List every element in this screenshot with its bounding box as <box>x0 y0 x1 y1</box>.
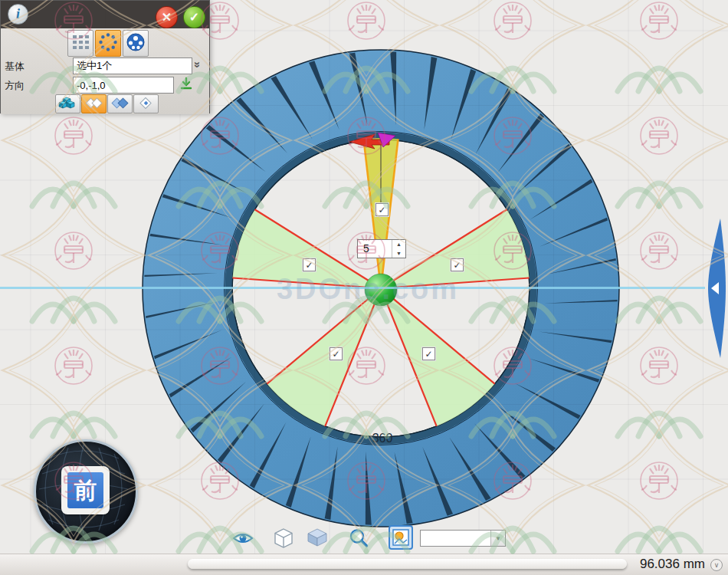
info-icon[interactable]: i <box>8 4 28 25</box>
point-pattern-button[interactable] <box>123 30 149 57</box>
instance-checkbox-upper-right[interactable]: ✓ <box>451 258 464 271</box>
direction-field-label: 方向 <box>5 79 25 93</box>
pattern-count-spinner[interactable]: 5 ▲ ▼ <box>357 239 406 258</box>
instance-checkbox-lower-left[interactable]: ✓ <box>330 347 343 360</box>
wireframe-cube-icon <box>273 527 294 549</box>
check-icon: ✓ <box>425 349 432 360</box>
visibility-eye-icon <box>232 527 254 549</box>
zoom-button[interactable] <box>346 526 371 550</box>
pattern-diamond-pair-blue-button[interactable] <box>107 94 133 113</box>
wireframe-display-button[interactable] <box>271 526 296 550</box>
diamond-inset-icon <box>136 96 156 110</box>
view-cube-front-face[interactable]: 前 <box>61 466 110 514</box>
instance-checkbox-top[interactable]: ✓ <box>375 203 389 216</box>
render-image-button[interactable] <box>389 525 413 550</box>
check-icon: ✓ <box>378 205 385 215</box>
view-cube-front-label: 前 <box>67 472 103 508</box>
status-bar: 96.036 mm ∨ <box>0 554 728 575</box>
circular-pattern-dialog: i ✕ ✓ <box>0 0 210 113</box>
instance-checkbox-lower-right[interactable]: ✓ <box>422 347 435 360</box>
application-window: 360 5 ▲ ▼ ✓ ✓ ✓ ✓ ✓ i ✕ ✓ <box>0 0 728 575</box>
diamond-pair-blue-icon <box>110 96 130 110</box>
view-navigation-widget[interactable]: 前 <box>34 439 138 544</box>
pattern-diamond-inset-button[interactable] <box>133 94 159 113</box>
expand-chevron-icon[interactable]: » <box>195 58 208 74</box>
visibility-button[interactable] <box>231 526 255 550</box>
dialog-titlebar[interactable]: i ✕ ✓ <box>1 1 209 28</box>
angle-label: 360 <box>372 432 393 445</box>
pick-direction-icon[interactable] <box>179 77 194 92</box>
linear-pattern-button[interactable] <box>67 30 93 57</box>
base-field-label: 基体 <box>5 60 25 74</box>
center-drag-handle[interactable] <box>365 274 397 306</box>
right-panel-flyout-handle[interactable] <box>702 215 728 361</box>
cancel-button[interactable]: ✕ <box>156 6 178 28</box>
circular-pattern-icon <box>98 32 118 52</box>
zoom-magnifier-icon <box>348 527 369 549</box>
spinner-up-button[interactable]: ▲ <box>392 240 405 249</box>
viewport-hscrollbar[interactable] <box>188 559 627 569</box>
pattern-count-value: 5 <box>363 242 369 255</box>
dropdown-arrow-icon[interactable]: ▾ <box>490 531 505 546</box>
instance-checkbox-upper-left[interactable]: ✓ <box>303 258 316 271</box>
shaded-display-button[interactable] <box>305 526 330 550</box>
check-icon: ✓ <box>305 260 313 271</box>
units-menu-button[interactable]: ∨ <box>710 559 723 571</box>
view-preset-dropdown[interactable]: ▾ <box>420 530 506 547</box>
pattern-diamond-pair-white-button[interactable] <box>81 94 107 113</box>
render-image-icon <box>389 525 413 550</box>
measurement-readout: 96.036 mm <box>640 557 705 572</box>
base-field[interactable] <box>73 58 192 74</box>
direction-field[interactable] <box>73 77 174 94</box>
dialog-body: 基体 » 方向 <box>1 28 209 114</box>
spinner-down-button[interactable]: ▼ <box>392 249 405 258</box>
check-icon: ✓ <box>332 349 339 360</box>
linear-pattern-icon <box>71 32 90 52</box>
view-sphere-disc[interactable]: 前 <box>34 439 138 544</box>
pattern-cubes-button[interactable] <box>55 94 80 113</box>
check-icon: ✓ <box>453 260 461 271</box>
point-pattern-icon <box>126 32 146 52</box>
circular-pattern-button[interactable] <box>95 30 121 57</box>
pattern-cubes-icon <box>57 96 78 110</box>
diamond-pair-white-icon <box>84 96 104 110</box>
confirm-button[interactable]: ✓ <box>183 6 205 28</box>
shaded-cube-icon <box>307 527 328 547</box>
